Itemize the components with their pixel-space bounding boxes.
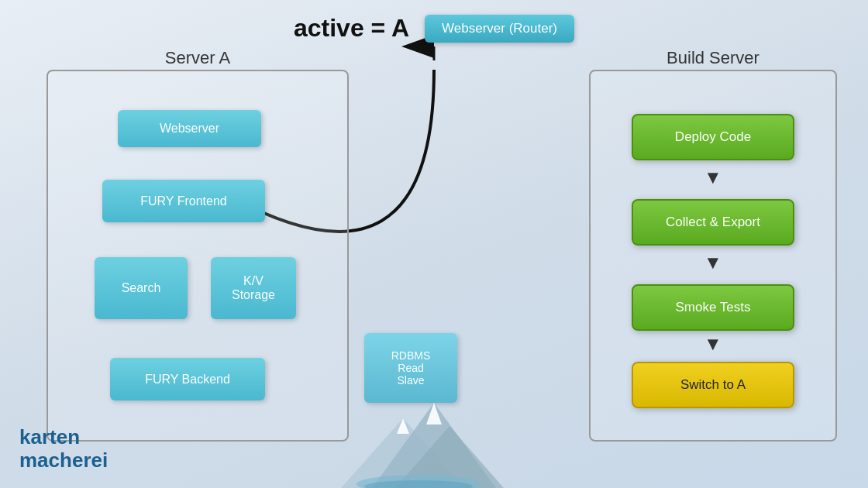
server-a-kv-storage-box: K/VStorage bbox=[211, 257, 296, 319]
logo: karten macherei bbox=[19, 426, 108, 473]
header-area: active = A Webserver (Router) bbox=[0, 14, 868, 43]
build-arrow-3: ▼ bbox=[704, 335, 722, 353]
server-a-title: Server A bbox=[165, 48, 230, 68]
build-smoke-box: Smoke Tests bbox=[632, 284, 794, 331]
webserver-router-badge: Webserver (Router) bbox=[425, 15, 574, 43]
server-a-fury-backend-box: FURY Backend bbox=[110, 358, 265, 400]
mountain-decoration bbox=[294, 387, 542, 488]
server-a-search-box: Search bbox=[95, 257, 188, 319]
server-a-webserver-box: Webserver bbox=[118, 110, 261, 147]
server-a-fury-frontend-box: FURY Frontend bbox=[102, 180, 265, 222]
build-arrow-2: ▼ bbox=[704, 253, 722, 272]
build-server-panel: Build Server Deploy Code ▼ Collect & Exp… bbox=[589, 70, 837, 442]
logo-line2: macherei bbox=[19, 449, 108, 473]
build-collect-box: Collect & Export bbox=[632, 199, 794, 246]
build-deploy-box: Deploy Code bbox=[632, 114, 794, 160]
logo-line1: karten bbox=[19, 426, 108, 449]
active-label: active = A bbox=[294, 14, 409, 43]
build-switch-box: Switch to A bbox=[632, 362, 794, 408]
server-a-panel: Server A Webserver FURY Frontend Search … bbox=[46, 70, 349, 442]
build-arrow-1: ▼ bbox=[704, 168, 722, 187]
build-server-title: Build Server bbox=[666, 48, 760, 68]
